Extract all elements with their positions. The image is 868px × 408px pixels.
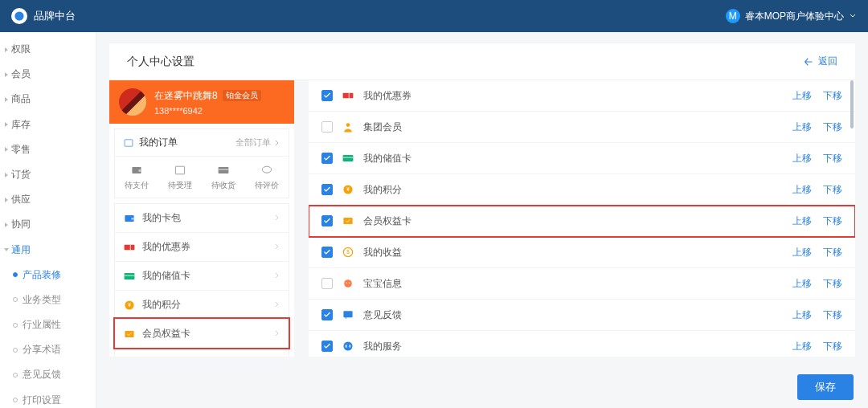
phone-list-row[interactable]: 我的优惠券 xyxy=(115,232,289,261)
row-label: 我的优惠券 xyxy=(142,240,190,254)
checkbox[interactable] xyxy=(321,153,333,164)
move-up-button[interactable]: 上移 xyxy=(792,89,812,103)
sidebar-subitem[interactable]: 行业属性 xyxy=(0,312,96,337)
page-header: 个人中心设置 返回 xyxy=(109,43,855,80)
move-up-button[interactable]: 上移 xyxy=(792,152,812,165)
settings-row: 我的收益 上移 下移 xyxy=(309,237,855,268)
svg-point-29 xyxy=(14,11,23,20)
move-up-button[interactable]: 上移 xyxy=(792,120,812,134)
all-orders-label: 全部订单 xyxy=(235,137,271,149)
save-button[interactable]: 保存 xyxy=(797,374,854,400)
sidebar-subitem[interactable]: 业务类型 xyxy=(0,288,96,312)
sidebar-item[interactable]: 权限 xyxy=(0,37,96,62)
user-icon xyxy=(341,120,355,134)
sidebar-item[interactable]: 订货 xyxy=(0,162,96,187)
profile-name: 在迷雾中跳舞8 xyxy=(154,89,218,103)
checkbox[interactable] xyxy=(321,247,333,258)
sidebar-item[interactable]: 通用 xyxy=(0,238,96,263)
chevron-right-icon xyxy=(272,328,280,340)
move-down-button[interactable]: 下移 xyxy=(823,214,842,228)
checkbox[interactable] xyxy=(321,90,333,101)
order-icon xyxy=(123,137,134,149)
checkbox[interactable] xyxy=(321,341,333,352)
row-label: 我的卡包 xyxy=(142,211,181,225)
settings-label: 我的收益 xyxy=(363,246,402,259)
back-label: 返回 xyxy=(818,55,837,68)
order-icon xyxy=(173,163,187,177)
settings-label: 我的优惠券 xyxy=(363,89,411,103)
move-down-button[interactable]: 下移 xyxy=(823,308,842,322)
rights-icon xyxy=(123,328,136,341)
coin-icon xyxy=(341,182,355,197)
settings-label: 会员权益卡 xyxy=(363,214,411,228)
move-down-button[interactable]: 下移 xyxy=(823,340,842,353)
move-down-button[interactable]: 下移 xyxy=(823,120,842,134)
chevron-right-icon xyxy=(272,139,280,147)
move-up-button[interactable]: 上移 xyxy=(792,246,812,259)
checkbox[interactable] xyxy=(321,309,333,320)
sidebar-item[interactable]: 会员 xyxy=(0,62,96,87)
sidebar-subitem[interactable]: 产品装修 xyxy=(0,263,96,288)
phone-list-row[interactable]: 会员权益卡 xyxy=(115,319,289,348)
tenant-name: 睿本MOP商户体验中心 xyxy=(745,10,844,23)
back-button[interactable]: 返回 xyxy=(804,55,837,68)
sidebar-subitem[interactable]: 打印设置 xyxy=(0,388,96,408)
brand-logo-icon xyxy=(11,8,27,24)
card-icon xyxy=(341,151,355,165)
phone-list-row[interactable]: 我的积分 xyxy=(115,290,289,319)
tenant-selector[interactable]: M 睿本MOP商户体验中心 xyxy=(726,9,857,23)
sidebar: 权限会员商品库存零售订货供应协同通用产品装修业务类型行业属性分享术语意见反馈打印… xyxy=(0,32,96,408)
order-tab[interactable]: 待收货 xyxy=(211,163,235,191)
profile-phone: 138****6942 xyxy=(154,106,261,116)
settings-label: 我的积分 xyxy=(363,183,402,197)
sidebar-subitem[interactable]: 意见反馈 xyxy=(0,362,96,387)
profile-banner: 在迷雾中跳舞8 铂金会员 138****6942 xyxy=(109,80,294,124)
sidebar-item[interactable]: 零售 xyxy=(0,137,96,162)
orders-block: 我的订单 全部订单 待支付 待受理 待收货 待评价 xyxy=(114,129,289,198)
wallet-icon xyxy=(123,212,136,225)
sidebar-item[interactable]: 供应 xyxy=(0,187,96,212)
move-up-button[interactable]: 上移 xyxy=(792,214,812,228)
order-tab[interactable]: 待受理 xyxy=(168,163,192,191)
row-label: 会员权益卡 xyxy=(142,327,190,341)
chevron-right-icon xyxy=(272,300,280,311)
sidebar-item[interactable]: 库存 xyxy=(0,112,96,137)
sidebar-subitem[interactable]: 分享术语 xyxy=(0,337,96,362)
row-label: 我的积分 xyxy=(142,298,181,312)
move-down-button[interactable]: 下移 xyxy=(823,277,842,291)
settings-row: 会员权益卡 上移 下移 xyxy=(309,206,855,237)
move-down-button[interactable]: 下移 xyxy=(823,152,842,165)
move-up-button[interactable]: 上移 xyxy=(792,340,812,353)
sidebar-item[interactable]: 协同 xyxy=(0,212,96,237)
move-down-button[interactable]: 下移 xyxy=(823,183,842,197)
move-up-button[interactable]: 上移 xyxy=(792,183,812,197)
service-icon xyxy=(341,339,355,353)
scrollbar[interactable] xyxy=(850,80,854,129)
settings-row: 我的积分 上移 下移 xyxy=(309,174,855,206)
checkbox[interactable] xyxy=(321,184,333,195)
phone-preview: 在迷雾中跳舞8 铂金会员 138****6942 我的订单 xyxy=(109,80,294,357)
baby-icon xyxy=(341,276,355,291)
checkbox[interactable] xyxy=(321,278,333,289)
phone-list-row[interactable] xyxy=(115,348,289,357)
checkbox[interactable] xyxy=(321,121,333,133)
card-icon xyxy=(123,270,136,283)
order-tab[interactable]: 待支付 xyxy=(125,163,149,191)
phone-list-row[interactable]: 我的储值卡 xyxy=(115,261,289,290)
phone-list-row[interactable]: 我的卡包 xyxy=(115,204,289,232)
money-icon xyxy=(341,245,355,259)
move-up-button[interactable]: 上移 xyxy=(792,277,812,291)
order-tab[interactable]: 待评价 xyxy=(255,163,279,191)
order-icon xyxy=(260,163,274,177)
settings-label: 集团会员 xyxy=(363,120,402,134)
rights-icon xyxy=(341,214,355,228)
order-icon xyxy=(216,163,231,177)
move-down-button[interactable]: 下移 xyxy=(823,89,842,103)
sidebar-item[interactable]: 商品 xyxy=(0,87,96,112)
blank-icon xyxy=(123,356,136,357)
checkbox[interactable] xyxy=(321,215,333,226)
move-up-button[interactable]: 上移 xyxy=(792,308,812,322)
move-down-button[interactable]: 下移 xyxy=(823,246,842,259)
all-orders-link[interactable]: 全部订单 xyxy=(235,137,280,149)
phone-feature-list: 我的卡包 我的优惠券 我的储值卡 我的积分 会员权益卡 xyxy=(114,203,289,357)
